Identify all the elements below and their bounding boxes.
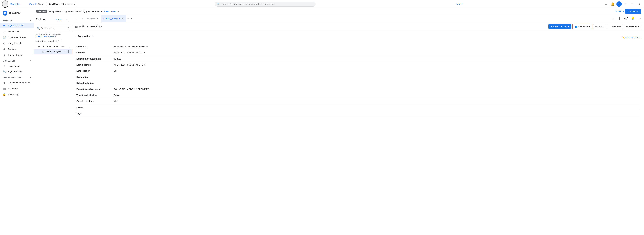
project-more-button[interactable]: ⋮: [60, 40, 63, 43]
sandbox-banner: SANDBOX Set up billing to upgrade to the…: [34, 8, 644, 15]
edit-details-button[interactable]: ✏️ EDIT DETAILS: [622, 36, 640, 39]
project-collapse-button[interactable]: ▾: [36, 40, 37, 42]
explorer-search-area: 🔍 ?: [34, 24, 72, 32]
avatar[interactable]: 1: [616, 1, 622, 7]
sidebar-item-data-transfers[interactable]: ⇄ Data transfers: [0, 28, 34, 34]
bigquery-logo-text: BigQuery: [9, 12, 20, 15]
info-field-label: Time travel window: [76, 92, 114, 98]
tabs-home-icon-button[interactable]: ⌂: [610, 16, 616, 22]
help-button[interactable]: ?: [622, 1, 628, 7]
project-star-button[interactable]: ☆: [58, 40, 60, 43]
sandbox-learn-more-link[interactable]: Learn more: [104, 10, 116, 13]
sandbox-dismiss-button[interactable]: DISMISS: [615, 10, 624, 13]
tab-untitled[interactable]: Untitled ✕: [85, 15, 100, 22]
external-connections-label: External connections: [43, 45, 67, 48]
sidebar-item-bi-engine[interactable]: ◧ BI Engine: [0, 86, 34, 92]
refresh-icon: ↻: [626, 25, 628, 28]
tab-actions-analytics[interactable]: actions_analytics ✕: [102, 15, 126, 22]
info-field-value: [114, 74, 640, 80]
actions-analytics-tab-label: actions_analytics: [104, 17, 120, 20]
sidebar-item-capacity-management[interactable]: ⊞ Capacity management: [0, 80, 34, 86]
topbar-search-input[interactable]: [215, 2, 316, 6]
refresh-button[interactable]: ↻ REFRESH: [624, 24, 641, 29]
info-table-row: Labels: [76, 104, 640, 110]
explorer-tree: ▾ ◉ ydtak-test-project ☆ ⋮ ▶ ⇒ External …: [34, 38, 72, 235]
sidebar-item-sql-translation[interactable]: 🔧 SQL translation: [0, 69, 34, 75]
sidebar-item-assessment[interactable]: ≡ Assessment: [0, 63, 34, 69]
explorer-search-input[interactable]: [36, 26, 70, 31]
info-table-row: Data location US: [76, 68, 640, 74]
delete-button[interactable]: 🗑 DELETE: [607, 24, 623, 29]
project-name: ydtak-test-project: [40, 40, 57, 42]
more-options-button[interactable]: ⋮: [629, 1, 635, 7]
explorer-header-actions: + ADD ◁: [54, 16, 70, 22]
show-starred-link[interactable]: SHOW STARRED ONLY: [34, 35, 72, 38]
external-connections-collapse[interactable]: ▶: [38, 45, 40, 48]
bi-engine-icon: ◧: [3, 87, 6, 90]
explorer-project-row[interactable]: ▾ ◉ ydtak-test-project ☆ ⋮: [34, 38, 72, 44]
google-text: Google: [29, 3, 37, 6]
info-field-value: ROUNDING_MODE_UNSPECIFIED: [114, 86, 640, 92]
explorer-search-help-icon[interactable]: ?: [68, 27, 69, 30]
explorer-add-button[interactable]: + ADD: [54, 18, 64, 22]
info-field-label: Tags: [76, 110, 114, 116]
create-table-button[interactable]: ⊞ CREATE TABLE: [548, 24, 572, 29]
menu-hamburger-button[interactable]: ☰: [2, 0, 8, 8]
dataset-view: Dataset info ✏️ EDIT DETAILS Dataset ID …: [72, 31, 644, 235]
actions-analytics-more-button[interactable]: ⋮: [67, 50, 70, 53]
topbar-search-button[interactable]: Search: [454, 2, 465, 6]
explorer-subtitle: Viewing workspace resources.: [34, 32, 72, 35]
dataform-icon: ◈: [3, 48, 6, 51]
sidebar-item-sql-workspace[interactable]: ◉ SQL workspace: [0, 22, 34, 28]
copy-button[interactable]: ⧉ COPY: [593, 24, 606, 29]
sidebar-item-analytics-hub[interactable]: ⬡ Analytics Hub: [0, 40, 34, 46]
explorer-header: Explorer + ADD ◁: [34, 15, 72, 24]
sidebar-item-scheduled-queries[interactable]: 🕐 Scheduled queries: [0, 34, 34, 40]
upgrade-button[interactable]: UPGRADE: [625, 9, 641, 14]
administration-chevron: ▾: [30, 76, 31, 79]
explorer-item-external-connections[interactable]: ▶ ⇒ External connections ⋮: [34, 44, 72, 49]
sidebar-section-analysis: Analysis ▾ ◉ SQL workspace ⇄ Data transf…: [0, 18, 34, 58]
external-connections-more-button[interactable]: ⋮: [68, 45, 70, 48]
tab-home[interactable]: ⌂: [74, 15, 79, 22]
tabs-bulb-icon-button[interactable]: 💡: [630, 16, 636, 22]
partner-center-icon: ⊕: [3, 54, 6, 57]
home-tab-close[interactable]: ✕: [80, 16, 84, 21]
sidebar-section-header-migration[interactable]: Migration ▾: [0, 59, 34, 63]
project-selector[interactable]: ◉ YDTAK test project ▾: [47, 2, 77, 6]
explorer-title: Explorer: [36, 18, 46, 21]
search-icon: 🔍: [217, 3, 220, 6]
explorer-collapse-button[interactable]: ◁: [64, 16, 70, 22]
sidebar-section-header-administration[interactable]: Administration ▾: [0, 75, 34, 80]
sidebar-section-header-analysis[interactable]: Analysis ▾: [0, 18, 34, 22]
actions-analytics-label: actions_analytics: [45, 50, 64, 53]
assessment-icon: ≡: [3, 64, 6, 68]
apps-icon-button[interactable]: ⠿: [603, 1, 609, 7]
sidebar-item-partner-center[interactable]: ⊕ Partner Center: [0, 52, 34, 58]
info-field-value: [114, 110, 640, 116]
tab-more-button[interactable]: ▾: [130, 17, 132, 20]
project-selector-name: YDTAK test project: [52, 3, 72, 6]
tabs-chat-icon-button[interactable]: 💬: [623, 16, 629, 22]
sidebar-section-administration: Administration ▾ ⊞ Capacity management ◧…: [0, 75, 34, 98]
edit-details-icon: ✏️: [622, 36, 625, 39]
notifications-button[interactable]: 🔔: [610, 1, 616, 7]
sidebar-section-migration: Migration ▾ ≡ Assessment 🔧 SQL translati…: [0, 59, 34, 75]
project-icon: ◉: [38, 40, 39, 42]
sharing-button[interactable]: 👥 SHARING ▾: [572, 24, 592, 29]
explorer-item-actions-analytics[interactable]: ⊞ actions_analytics ☆ ⋮: [34, 49, 72, 54]
tab-add-button[interactable]: +: [127, 16, 130, 21]
dataset-title-icon: ⊞: [75, 25, 78, 28]
info-table-row: Dataset ID ydtak-test-project.actions_an…: [76, 44, 640, 50]
tabs-info-icon-button[interactable]: ℹ: [616, 16, 622, 22]
svg-text:Google: Google: [10, 2, 20, 6]
user-settings-button[interactable]: D: [636, 1, 642, 7]
copy-icon: ⧉: [596, 25, 597, 28]
sidebar-item-dataform[interactable]: ◈ Dataform: [0, 46, 34, 52]
google-cloud-logo[interactable]: Google Google Cloud: [10, 2, 44, 6]
tabs-expand-icon-button[interactable]: ⤢: [636, 16, 643, 22]
actions-analytics-star-button[interactable]: ☆: [64, 50, 66, 53]
actions-analytics-tab-close[interactable]: ✕: [121, 17, 124, 20]
untitled-tab-close[interactable]: ✕: [96, 17, 99, 20]
sidebar-item-policy-tags[interactable]: 🔒 Policy tags: [0, 92, 34, 98]
